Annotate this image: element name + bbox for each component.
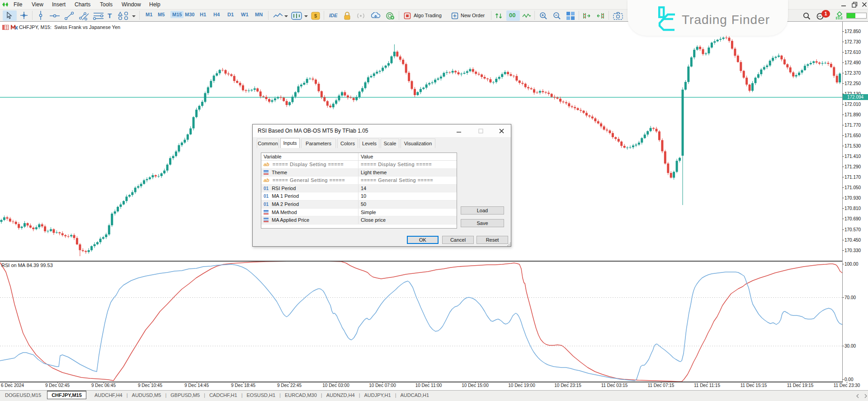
svg-text:$: $ — [314, 13, 317, 19]
